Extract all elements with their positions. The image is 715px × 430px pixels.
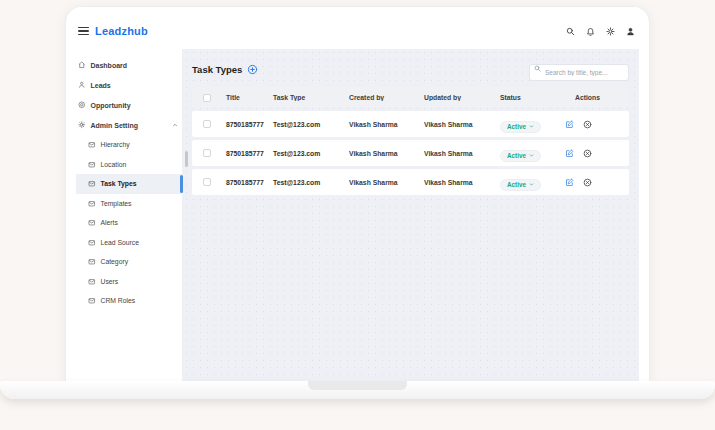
cell-updated-by: Vikash Sharma [420,150,496,157]
column-header-updated-by: Updated by [420,94,496,101]
sidebar-item-admin-setting[interactable]: Admin Setting [76,115,182,135]
cell-updated-by: Vikash Sharma [420,179,496,186]
brand: Leadzhub [78,25,148,37]
envelope-icon [88,161,96,169]
target-icon [78,101,86,109]
edit-button[interactable] [565,120,574,129]
sidebar-item-opportunity[interactable]: Opportunity [76,95,182,115]
laptop-notch [308,381,407,390]
disable-button[interactable] [583,120,592,129]
edit-button[interactable] [565,178,574,187]
disable-button[interactable] [583,178,592,187]
cell-task-type: Test@123.com [269,179,345,186]
toolbar: Task Types [192,59,629,79]
cell-updated-by: Vikash Sharma [420,121,496,128]
user-icon[interactable] [626,27,635,36]
sidebar-item-label: Alerts [101,219,118,226]
sidebar-item-label: CRM Roles [101,297,136,304]
chevron-up-icon [172,122,178,129]
sidebar-item-templates[interactable]: Templates [76,194,182,214]
table-header-row: Title Task Type Created by Updated by St… [192,87,629,108]
sidebar: Dashboard Leads Opportunity Admin Settin… [76,49,183,381]
sidebar-item-category[interactable]: Category [76,252,182,272]
app-body: Dashboard Leads Opportunity Admin Settin… [76,49,639,381]
gear-icon[interactable] [606,27,615,36]
bell-icon[interactable] [586,27,595,36]
search-icon[interactable] [566,27,575,36]
sidebar-item-crm-roles[interactable]: CRM Roles [76,291,182,311]
sidebar-item-users[interactable]: Users [76,272,182,292]
edit-icon [565,149,574,158]
hamburger-menu-icon[interactable] [78,27,89,36]
status-dropdown[interactable]: Active [500,179,541,191]
select-all-checkbox[interactable] [203,94,211,102]
table-search [529,61,629,78]
sidebar-item-label: Users [101,278,119,285]
disable-button[interactable] [583,149,592,158]
scrollbar-thumb[interactable] [185,151,188,167]
chevron-down-icon [529,182,534,187]
main-content: Task Types Title Task [183,49,639,381]
cell-created-by: Vikash Sharma [345,121,420,128]
sidebar-item-location[interactable]: Location [76,155,182,175]
sidebar-item-alerts[interactable]: Alerts [76,213,182,233]
sidebar-item-label: Category [101,258,129,265]
cell-title: 8750185777 [222,179,269,186]
sidebar-item-leads[interactable]: Leads [76,75,182,95]
envelope-icon [88,258,96,266]
status-dropdown[interactable]: Active [500,150,541,162]
column-header-task-type: Task Type [269,94,345,101]
sidebar-item-label: Leads [91,82,111,89]
sidebar-item-label: Admin Setting [91,122,138,129]
sidebar-item-label: Dashboard [91,62,128,69]
envelope-icon [88,219,96,227]
column-header-actions: Actions [571,94,629,101]
sidebar-item-label: Opportunity [91,102,131,109]
task-types-table: Title Task Type Created by Updated by St… [192,87,629,195]
circle-x-icon [583,178,592,187]
sidebar-item-label: Location [101,161,127,168]
edit-icon [565,120,574,129]
column-header-title: Title [222,94,269,101]
column-header-status: Status [496,94,571,101]
envelope-icon [88,180,96,188]
search-input[interactable] [529,64,629,81]
gear-icon [78,121,86,129]
search-icon [534,65,541,72]
page-title: Task Types [192,64,242,75]
sidebar-item-dashboard[interactable]: Dashboard [76,55,182,75]
cell-created-by: Vikash Sharma [345,150,420,157]
sidebar-item-lead-source[interactable]: Lead Source [76,233,182,253]
sidebar-item-task-types[interactable]: Task Types [76,174,182,194]
envelope-icon [88,278,96,286]
edit-button[interactable] [565,149,574,158]
add-task-type-button[interactable] [247,64,258,75]
app-logo: Leadzhub [95,25,148,37]
status-badge: Active [507,152,526,159]
row-checkbox[interactable] [203,120,211,128]
sidebar-item-label: Hierarchy [101,141,130,148]
edit-icon [565,178,574,187]
circle-x-icon [583,149,592,158]
app-header: Leadzhub [76,7,639,49]
chevron-down-icon [529,153,534,158]
table-row: 8750185777 Test@123.com Vikash Sharma Vi… [192,169,629,195]
crm-app: Leadzhub [76,7,639,381]
circle-x-icon [583,120,592,129]
cell-title: 8750185777 [222,150,269,157]
header-icons [566,27,635,36]
row-checkbox[interactable] [203,149,211,157]
sidebar-item-hierarchy[interactable]: Hierarchy [76,135,182,155]
cell-task-type: Test@123.com [269,150,345,157]
status-dropdown[interactable]: Active [500,121,541,133]
user-icon [78,81,86,89]
sidebar-item-label: Task Types [101,180,137,187]
status-badge: Active [507,123,526,130]
row-checkbox[interactable] [203,178,211,186]
row-actions [565,149,629,158]
cell-title: 8750185777 [222,121,269,128]
cell-task-type: Test@123.com [269,121,345,128]
envelope-icon [88,239,96,247]
envelope-icon [88,297,96,305]
cell-created-by: Vikash Sharma [345,179,420,186]
